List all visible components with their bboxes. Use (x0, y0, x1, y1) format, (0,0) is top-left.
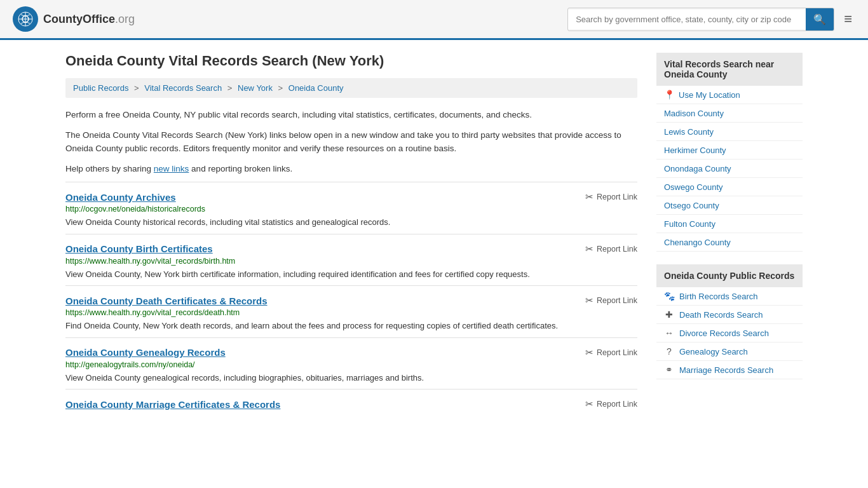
marriage-records-link[interactable]: Marriage Records Search (679, 365, 773, 375)
report-link-2[interactable]: ✂ Report Link (585, 295, 637, 306)
result-item-2: Oneida County Death Certificates & Recor… (65, 285, 637, 337)
report-label-2: Report Link (597, 296, 637, 305)
use-location-item[interactable]: 📍 Use My Location (656, 86, 803, 104)
logo-text: CountyOffice.org (43, 13, 135, 26)
nearby-county-6[interactable]: Fulton County (656, 215, 803, 233)
report-link-4[interactable]: ✂ Report Link (585, 398, 637, 410)
report-label-1: Report Link (597, 245, 637, 254)
result-title-3[interactable]: Oneida County Genealogy Records (65, 347, 226, 358)
report-link-3[interactable]: ✂ Report Link (585, 347, 637, 358)
nearby-county-link-5[interactable]: Otsego County (664, 201, 719, 210)
result-title-2[interactable]: Oneida County Death Certificates & Recor… (65, 295, 268, 306)
public-records-list: 🐾 Birth Records Search ✚ Death Records S… (656, 287, 803, 379)
sidebar: Vital Records Search near Oneida County … (656, 53, 803, 417)
result-item-4: Oneida County Marriage Certificates & Re… (65, 389, 637, 417)
result-header-0: Oneida County Archives ✂ Report Link (65, 191, 637, 203)
result-desc-1: View Oneida County, New York birth certi… (65, 268, 637, 281)
nearby-county-link-6[interactable]: Fulton County (664, 219, 715, 229)
report-icon-0: ✂ (585, 191, 593, 203)
result-url-2: https://www.health.ny.gov/vital_records/… (65, 308, 637, 317)
result-item-3: Oneida County Genealogy Records ✂ Report… (65, 337, 637, 390)
nearby-section-title: Vital Records Search near Oneida County (656, 53, 803, 86)
result-url-1: https://www.health.ny.gov/vital_records/… (65, 257, 637, 266)
pin-icon: 📍 (664, 90, 675, 100)
nearby-county-link-3[interactable]: Onondaga County (664, 164, 731, 173)
pub-record-4[interactable]: ⚭ Marriage Records Search (656, 361, 803, 379)
nearby-county-0[interactable]: Madison County (656, 104, 803, 123)
breadcrumb-oneida-county[interactable]: Oneida County (288, 83, 344, 93)
pub-record-0[interactable]: 🐾 Birth Records Search (656, 287, 803, 306)
description-3: Help others by sharing new links and rep… (65, 162, 637, 176)
description-1: Perform a free Oneida County, NY public … (65, 108, 637, 122)
nearby-county-link-2[interactable]: Herkimer County (664, 146, 726, 155)
desc3-post: and reporting broken links. (189, 164, 292, 173)
report-label-3: Report Link (597, 348, 637, 357)
report-label-0: Report Link (597, 193, 637, 201)
header: CountyOffice.org 🔍 ≡ (0, 0, 868, 40)
result-title-4[interactable]: Oneida County Marriage Certificates & Re… (65, 399, 280, 410)
pub-record-2[interactable]: ↔ Divorce Records Search (656, 324, 803, 342)
divorce-records-link[interactable]: Divorce Records Search (679, 329, 769, 338)
nearby-county-link-4[interactable]: Oswego County (664, 182, 723, 192)
breadcrumb-sep-1: > (134, 83, 141, 93)
nearby-section: Vital Records Search near Oneida County … (656, 53, 803, 252)
result-title-0[interactable]: Oneida County Archives (65, 192, 176, 203)
pub-record-3[interactable]: ? Genealogy Search (656, 342, 803, 361)
search-input[interactable] (568, 10, 806, 29)
nearby-county-link-1[interactable]: Lewis County (664, 127, 714, 137)
breadcrumb-vital-records[interactable]: Vital Records Search (144, 83, 222, 93)
breadcrumb-sep-3: > (278, 83, 285, 93)
result-item-1: Oneida County Birth Certificates ✂ Repor… (65, 234, 637, 286)
desc3-pre: Help others by sharing (65, 164, 154, 173)
death-records-link[interactable]: Death Records Search (679, 310, 763, 320)
nearby-county-2[interactable]: Herkimer County (656, 141, 803, 159)
breadcrumb-sep-2: > (227, 83, 234, 93)
result-item-0: Oneida County Archives ✂ Report Link htt… (65, 182, 637, 234)
description-2: The Oneida County Vital Records Search (… (65, 128, 637, 156)
result-url-0: http://ocgov.net/oneida/historicalrecord… (65, 205, 637, 214)
breadcrumb-new-york[interactable]: New York (238, 83, 273, 93)
hamburger-menu-icon[interactable]: ≡ (841, 8, 855, 30)
report-label-4: Report Link (597, 400, 637, 409)
header-right: 🔍 ≡ (567, 8, 855, 31)
pub-record-1[interactable]: ✚ Death Records Search (656, 306, 803, 324)
genealogy-icon: ? (664, 346, 674, 356)
report-link-1[interactable]: ✂ Report Link (585, 243, 637, 255)
birth-records-link[interactable]: Birth Records Search (679, 292, 758, 301)
result-desc-2: Find Oneida County, New York death recor… (65, 320, 637, 332)
new-links-link[interactable]: new links (154, 164, 189, 173)
result-url-3: http://genealogytrails.com/ny/oneida/ (65, 360, 637, 369)
result-header-2: Oneida County Death Certificates & Recor… (65, 295, 637, 306)
breadcrumb-public-records[interactable]: Public Records (73, 83, 128, 93)
nearby-county-link-7[interactable]: Chenango County (664, 238, 731, 247)
use-location-link[interactable]: Use My Location (679, 90, 740, 100)
result-header-4: Oneida County Marriage Certificates & Re… (65, 398, 637, 410)
main-container: Oneida County Vital Records Search (New … (53, 40, 815, 417)
nearby-county-1[interactable]: Lewis County (656, 123, 803, 141)
nearby-list: 📍 Use My Location Madison County Lewis C… (656, 86, 803, 252)
nearby-county-5[interactable]: Otsego County (656, 196, 803, 215)
logo-icon (13, 6, 38, 32)
result-header-3: Oneida County Genealogy Records ✂ Report… (65, 347, 637, 358)
nearby-county-3[interactable]: Onondaga County (656, 159, 803, 178)
result-header-1: Oneida County Birth Certificates ✂ Repor… (65, 243, 637, 255)
nearby-county-7[interactable]: Chenango County (656, 233, 803, 252)
report-icon-1: ✂ (585, 243, 593, 255)
result-desc-0: View Oneida County historical records, i… (65, 216, 637, 229)
death-icon: ✚ (664, 309, 674, 320)
nearby-county-4[interactable]: Oswego County (656, 178, 803, 196)
search-button[interactable]: 🔍 (806, 8, 834, 30)
report-link-0[interactable]: ✂ Report Link (585, 191, 637, 203)
report-icon-2: ✂ (585, 295, 593, 306)
divorce-icon: ↔ (664, 328, 674, 338)
report-icon-3: ✂ (585, 347, 593, 358)
public-records-section: Oneida County Public Records 🐾 Birth Rec… (656, 264, 803, 379)
breadcrumb: Public Records > Vital Records Search > … (65, 78, 637, 98)
genealogy-link[interactable]: Genealogy Search (679, 347, 748, 356)
public-records-title: Oneida County Public Records (656, 264, 803, 287)
result-title-1[interactable]: Oneida County Birth Certificates (65, 243, 213, 254)
search-bar: 🔍 (567, 8, 834, 31)
content-area: Oneida County Vital Records Search (New … (65, 53, 637, 417)
nearby-county-link-0[interactable]: Madison County (664, 109, 724, 118)
report-icon-4: ✂ (585, 398, 593, 410)
